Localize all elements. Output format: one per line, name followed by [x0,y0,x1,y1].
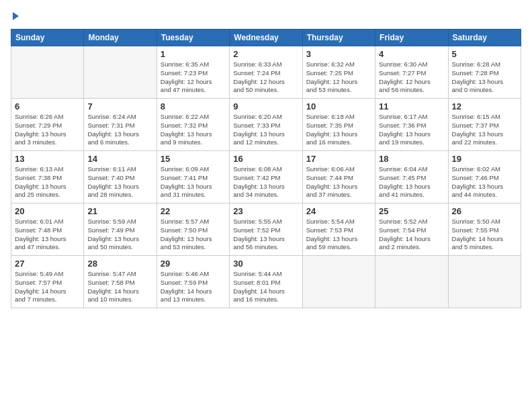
cell-content: Sunrise: 6:04 AMSunset: 7:45 PMDaylight:… [379,165,444,199]
cell-content: Sunrise: 6:11 AMSunset: 7:40 PMDaylight:… [87,165,152,199]
cell-content: Sunrise: 6:02 AMSunset: 7:46 PMDaylight:… [452,165,517,199]
calendar-cell: 13Sunrise: 6:13 AMSunset: 7:38 PMDayligh… [11,151,84,203]
cell-content: Sunrise: 5:59 AMSunset: 7:49 PMDaylight:… [87,218,152,252]
calendar-cell: 15Sunrise: 6:09 AMSunset: 7:41 PMDayligh… [157,151,229,203]
calendar-cell: 20Sunrise: 6:01 AMSunset: 7:48 PMDayligh… [11,203,84,256]
cell-content: Sunrise: 6:20 AMSunset: 7:33 PMDaylight:… [233,113,298,147]
day-number: 4 [379,49,444,59]
day-number: 18 [379,154,444,164]
calendar-cell: 27Sunrise: 5:49 AMSunset: 7:57 PMDayligh… [11,256,84,308]
calendar-cell: 14Sunrise: 6:11 AMSunset: 7:40 PMDayligh… [84,151,157,203]
calendar-cell [84,46,157,99]
calendar-cell: 21Sunrise: 5:59 AMSunset: 7:49 PMDayligh… [84,203,157,256]
calendar-cell: 22Sunrise: 5:57 AMSunset: 7:50 PMDayligh… [157,203,229,256]
cell-content: Sunrise: 6:26 AMSunset: 7:29 PMDaylight:… [15,113,80,147]
cell-content: Sunrise: 6:18 AMSunset: 7:35 PMDaylight:… [306,113,371,147]
calendar-cell [448,256,521,308]
calendar-cell: 8Sunrise: 6:22 AMSunset: 7:32 PMDaylight… [157,99,229,151]
calendar-cell: 18Sunrise: 6:04 AMSunset: 7:45 PMDayligh… [375,151,448,203]
calendar-container: SundayMondayTuesdayWednesdayThursdayFrid… [0,0,532,411]
calendar-week-row: 13Sunrise: 6:13 AMSunset: 7:38 PMDayligh… [11,151,521,203]
calendar-day-header: Friday [375,30,448,46]
cell-content: Sunrise: 5:46 AMSunset: 7:59 PMDaylight:… [161,270,226,304]
day-number: 11 [379,101,444,111]
calendar-cell: 25Sunrise: 5:52 AMSunset: 7:54 PMDayligh… [375,203,448,256]
calendar-day-header: Saturday [448,30,521,46]
header [11,8,521,22]
calendar-day-header: Monday [84,30,157,46]
calendar-cell: 30Sunrise: 5:44 AMSunset: 8:01 PMDayligh… [230,256,302,308]
calendar-cell: 7Sunrise: 6:24 AMSunset: 7:31 PMDaylight… [84,99,157,151]
calendar-cell [302,256,375,308]
day-number: 6 [15,101,80,111]
calendar-cell: 10Sunrise: 6:18 AMSunset: 7:35 PMDayligh… [302,99,375,151]
day-number: 9 [233,101,298,111]
calendar-cell: 29Sunrise: 5:46 AMSunset: 7:59 PMDayligh… [157,256,229,308]
calendar-header-row: SundayMondayTuesdayWednesdayThursdayFrid… [11,30,521,46]
calendar-cell: 9Sunrise: 6:20 AMSunset: 7:33 PMDaylight… [230,99,302,151]
day-number: 29 [161,259,226,269]
calendar-week-row: 6Sunrise: 6:26 AMSunset: 7:29 PMDaylight… [11,99,521,151]
cell-content: Sunrise: 6:30 AMSunset: 7:27 PMDaylight:… [379,60,444,95]
cell-content: Sunrise: 6:01 AMSunset: 7:48 PMDaylight:… [15,218,80,252]
calendar-cell: 24Sunrise: 5:54 AMSunset: 7:53 PMDayligh… [302,203,375,256]
day-number: 30 [233,259,298,269]
cell-content: Sunrise: 6:08 AMSunset: 7:42 PMDaylight:… [233,165,298,199]
day-number: 8 [161,101,226,111]
cell-content: Sunrise: 6:24 AMSunset: 7:31 PMDaylight:… [87,113,152,147]
day-number: 14 [87,154,152,164]
cell-content: Sunrise: 6:17 AMSunset: 7:36 PMDaylight:… [379,113,444,147]
calendar-cell: 1Sunrise: 6:35 AMSunset: 7:23 PMDaylight… [157,46,229,99]
day-number: 28 [87,259,152,269]
day-number: 27 [15,259,80,269]
calendar-week-row: 1Sunrise: 6:35 AMSunset: 7:23 PMDaylight… [11,46,521,99]
day-number: 23 [233,206,298,216]
calendar-cell [375,256,448,308]
cell-content: Sunrise: 5:50 AMSunset: 7:55 PMDaylight:… [452,218,517,252]
day-number: 7 [87,101,152,111]
calendar-day-header: Tuesday [157,30,229,46]
day-number: 26 [452,206,517,216]
cell-content: Sunrise: 6:35 AMSunset: 7:23 PMDaylight:… [161,60,226,95]
calendar-cell: 26Sunrise: 5:50 AMSunset: 7:55 PMDayligh… [448,203,521,256]
calendar-cell: 12Sunrise: 6:15 AMSunset: 7:37 PMDayligh… [448,99,521,151]
calendar-cell: 28Sunrise: 5:47 AMSunset: 7:58 PMDayligh… [84,256,157,308]
calendar-day-header: Sunday [11,30,84,46]
cell-content: Sunrise: 6:13 AMSunset: 7:38 PMDaylight:… [15,165,80,199]
day-number: 5 [452,49,517,59]
calendar-cell: 3Sunrise: 6:32 AMSunset: 7:25 PMDaylight… [302,46,375,99]
calendar-cell: 16Sunrise: 6:08 AMSunset: 7:42 PMDayligh… [230,151,302,203]
cell-content: Sunrise: 5:57 AMSunset: 7:50 PMDaylight:… [161,218,226,252]
calendar-cell: 23Sunrise: 5:55 AMSunset: 7:52 PMDayligh… [230,203,302,256]
day-number: 12 [452,101,517,111]
calendar-table: SundayMondayTuesdayWednesdayThursdayFrid… [11,29,521,308]
cell-content: Sunrise: 5:52 AMSunset: 7:54 PMDaylight:… [379,218,444,252]
calendar-cell: 6Sunrise: 6:26 AMSunset: 7:29 PMDaylight… [11,99,84,151]
day-number: 1 [161,49,226,59]
calendar-cell: 5Sunrise: 6:28 AMSunset: 7:28 PMDaylight… [448,46,521,99]
cell-content: Sunrise: 6:28 AMSunset: 7:28 PMDaylight:… [452,60,517,95]
calendar-cell: 11Sunrise: 6:17 AMSunset: 7:36 PMDayligh… [375,99,448,151]
day-number: 13 [15,154,80,164]
logo-arrow-icon [13,12,19,20]
day-number: 17 [306,154,371,164]
cell-content: Sunrise: 6:32 AMSunset: 7:25 PMDaylight:… [306,60,371,95]
day-number: 19 [452,154,517,164]
day-number: 10 [306,101,371,111]
logo [11,8,19,22]
calendar-day-header: Thursday [302,30,375,46]
day-number: 15 [161,154,226,164]
cell-content: Sunrise: 6:06 AMSunset: 7:44 PMDaylight:… [306,165,371,199]
cell-content: Sunrise: 6:09 AMSunset: 7:41 PMDaylight:… [161,165,226,199]
cell-content: Sunrise: 6:33 AMSunset: 7:24 PMDaylight:… [233,60,298,95]
cell-content: Sunrise: 5:55 AMSunset: 7:52 PMDaylight:… [233,218,298,252]
cell-content: Sunrise: 5:47 AMSunset: 7:58 PMDaylight:… [87,270,152,304]
day-number: 16 [233,154,298,164]
calendar-day-header: Wednesday [230,30,302,46]
calendar-cell [11,46,84,99]
day-number: 21 [87,206,152,216]
day-number: 24 [306,206,371,216]
cell-content: Sunrise: 5:54 AMSunset: 7:53 PMDaylight:… [306,218,371,252]
day-number: 2 [233,49,298,59]
cell-content: Sunrise: 6:22 AMSunset: 7:32 PMDaylight:… [161,113,226,147]
